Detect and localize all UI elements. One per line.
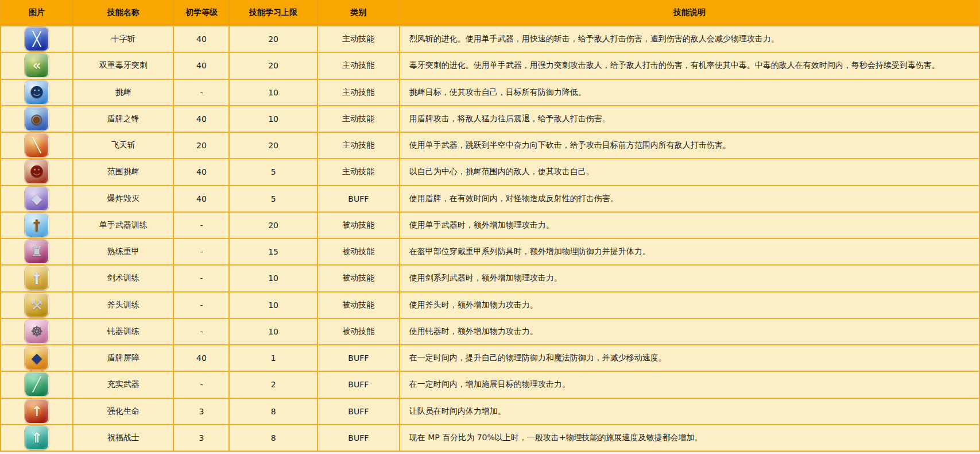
learn-cap-cell: 10: [230, 293, 317, 318]
category-cell: 被动技能: [318, 213, 400, 238]
shield-edge-icon: ◉: [25, 107, 49, 131]
learn-level-cell: 3: [174, 399, 230, 424]
description-cell: 在一定时间内，提升自己的物理防御力和魔法防御力，并减少移动速度。: [400, 345, 979, 371]
skill-icon-cell: ╲: [1, 133, 73, 158]
learn-level-cell: -: [174, 213, 230, 238]
learn-level-cell: 40: [174, 159, 230, 184]
description-cell: 在盔甲部位穿戴重甲系列防具时，额外增加物理防御力并提升体力。: [400, 239, 979, 264]
column-header-image: 图片: [1, 0, 73, 25]
table-row: † 单手武器训练 - 20 被动技能 使用单手武器时，额外增加物理攻击力。: [1, 211, 979, 238]
category-cell: 被动技能: [318, 293, 400, 318]
skill-name-cell: 斧头训练: [73, 293, 174, 318]
description-cell: 烈风斩的进化。使用单手武器，用快速的斩击，给予敌人打击伤害，遭到伤害的敌人会减少…: [400, 26, 979, 52]
skill-name-cell: 双重毒牙突刺: [73, 53, 174, 78]
table-row: ☸ 钝器训练 - 10 被动技能 使用钝器时，额外增加物力攻击力。: [1, 318, 979, 344]
learn-cap-cell: 5: [230, 159, 317, 184]
learn-cap-cell: 8: [230, 425, 317, 451]
shield-barrier-icon: ◆: [25, 346, 49, 370]
learn-level-cell: 40: [174, 26, 230, 52]
description-cell: 使用盾牌，在有效时间内，对怪物造成反射性的打击伤害。: [400, 186, 979, 211]
heavy-armor-mastery-icon: ♜: [25, 240, 49, 264]
one-hand-weapon-training-icon: †: [25, 213, 49, 237]
learn-cap-cell: 5: [230, 186, 317, 211]
table-row: ☻ 挑衅 - 10 主动技能 挑衅目标，使其攻击自己，目标所有防御力降低。: [1, 79, 979, 105]
learn-level-cell: 40: [174, 53, 230, 78]
table-row: ╳ 十字斩 40 20 主动技能 烈风斩的进化。使用单手武器，用快速的斩击，给予…: [1, 25, 979, 52]
skill-name-cell: 爆炸毁灭: [73, 186, 174, 211]
skill-name-cell: 钝器训练: [73, 319, 174, 344]
description-cell: 挑衅目标，使其攻击自己，目标所有防御力降低。: [400, 80, 979, 105]
category-cell: 主动技能: [318, 80, 400, 105]
skill-icon-cell: ♜: [1, 239, 73, 264]
learn-level-cell: 20: [174, 133, 230, 158]
life-enhance-icon: ↑: [25, 399, 49, 424]
skill-icon-cell: ◉: [1, 106, 73, 132]
skill-name-cell: 剑术训练: [73, 266, 174, 291]
learn-cap-cell: 20: [230, 213, 317, 238]
skill-name-cell: 单手武器训练: [73, 213, 174, 238]
category-cell: BUFF: [318, 425, 400, 451]
skill-name-cell: 充实武器: [73, 372, 174, 397]
category-cell: BUFF: [318, 345, 400, 371]
learn-level-cell: -: [174, 266, 230, 291]
explosion-ruin-shield-icon: ◆: [25, 187, 49, 211]
table-header-row: 图片 技能名称 初学等级 技能学习上限 类别 技能说明: [1, 0, 979, 25]
learn-level-cell: 40: [174, 345, 230, 371]
skill-name-cell: 挑衅: [73, 80, 174, 105]
table-row: ╱ 充实武器 - 2 BUFF 在一定时间内，增加施展目标的物理攻击力。: [1, 371, 979, 397]
learn-cap-cell: 10: [230, 80, 317, 105]
table-row: † 剑术训练 - 10 被动技能 使用剑系列武器时，额外增加物理攻击力。: [1, 264, 979, 291]
skill-icon-cell: «: [1, 53, 73, 78]
table-row: ♜ 熟练重甲 - 15 被动技能 在盔甲部位穿戴重甲系列防具时，额外增加物理防御…: [1, 238, 979, 264]
skill-icon-cell: ◆: [1, 186, 73, 211]
skill-name-cell: 盾牌屏障: [73, 345, 174, 371]
learn-cap-cell: 20: [230, 26, 317, 52]
skill-icon-cell: ╳: [1, 26, 73, 52]
skill-icon-cell: †: [1, 266, 73, 291]
learn-cap-cell: 2: [230, 372, 317, 397]
description-cell: 以自己为中心，挑衅范围内的敌人，使其攻击自己。: [400, 159, 979, 184]
provoke-icon: ☻: [25, 80, 49, 105]
table-row: ↑ 强化生命 3 8 BUFF 让队员在时间内体力增加。: [1, 398, 979, 424]
description-cell: 使用单手武器时，额外增加物理攻击力。: [400, 213, 979, 238]
learn-level-cell: -: [174, 293, 230, 318]
learn-level-cell: -: [174, 80, 230, 105]
category-cell: 被动技能: [318, 266, 400, 291]
skill-icon-cell: ☸: [1, 319, 73, 344]
description-cell: 使用斧头时，额外增加物力攻击力。: [400, 293, 979, 318]
double-fang-thrust-icon: «: [25, 53, 49, 78]
category-cell: 主动技能: [318, 53, 400, 78]
skill-name-cell: 盾牌之锋: [73, 106, 174, 132]
skill-name-cell: 祝福战士: [73, 425, 174, 451]
column-header-category: 类别: [318, 0, 400, 25]
skill-table: 图片 技能名称 初学等级 技能学习上限 类别 技能说明 ╳ 十字斩 40 20 …: [0, 0, 980, 452]
weapon-empower-icon: ╱: [25, 372, 49, 397]
area-provoke-icon: ☻: [25, 160, 49, 184]
category-cell: 主动技能: [318, 106, 400, 132]
category-cell: 被动技能: [318, 239, 400, 264]
skill-name-cell: 熟练重甲: [73, 239, 174, 264]
skill-name-cell: 范围挑衅: [73, 159, 174, 184]
bless-warrior-icon: ⇑: [25, 426, 49, 450]
category-cell: 主动技能: [318, 159, 400, 184]
flying-slash-icon: ╲: [25, 133, 49, 157]
table-row: ☻ 范围挑衅 40 5 主动技能 以自己为中心，挑衅范围内的敌人，使其攻击自己。: [1, 158, 979, 184]
learn-cap-cell: 20: [230, 133, 317, 158]
skill-icon-cell: ↑: [1, 399, 73, 424]
description-cell: 在一定时间内，增加施展目标的物理攻击力。: [400, 372, 979, 397]
learn-level-cell: -: [174, 239, 230, 264]
table-row: ╲ 飞天斩 20 20 主动技能 使用单手武器，跳跃到半空中奋力向下砍击，给予攻…: [1, 132, 979, 158]
learn-level-cell: 40: [174, 106, 230, 132]
learn-level-cell: -: [174, 319, 230, 344]
learn-cap-cell: 20: [230, 53, 317, 78]
description-cell: 用盾牌攻击，将敌人猛力往后震退，给予敌人打击伤害。: [400, 106, 979, 132]
skill-name-cell: 飞天斩: [73, 133, 174, 158]
description-cell: 现在 MP 百分比为 70%以上时，一般攻击+物理技能的施展速度及敏捷都会增加。: [400, 425, 979, 451]
mace-training-icon: ☸: [25, 320, 49, 344]
skill-icon-cell: ⇑: [1, 425, 73, 451]
category-cell: 被动技能: [318, 319, 400, 344]
learn-cap-cell: 10: [230, 106, 317, 132]
learn-cap-cell: 10: [230, 266, 317, 291]
skill-icon-cell: ╱: [1, 372, 73, 397]
sword-training-icon: †: [25, 266, 49, 290]
